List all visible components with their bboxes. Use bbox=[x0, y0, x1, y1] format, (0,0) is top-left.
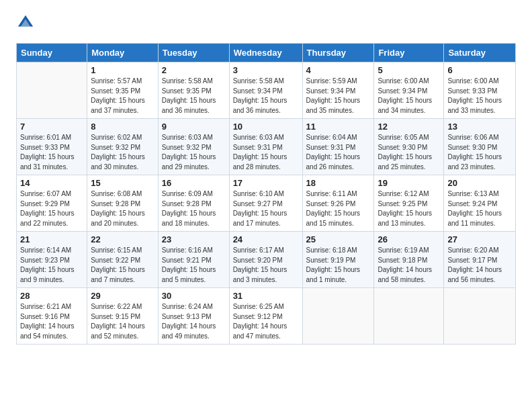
day-info: Sunrise: 6:03 AM Sunset: 9:31 PM Dayligh… bbox=[233, 133, 299, 172]
day-number: 3 bbox=[233, 65, 299, 75]
day-number: 22 bbox=[91, 234, 154, 244]
day-cell: 8Sunrise: 6:02 AM Sunset: 9:32 PM Daylig… bbox=[87, 119, 159, 175]
day-cell: 23Sunrise: 6:16 AM Sunset: 9:21 PM Dayli… bbox=[158, 232, 229, 288]
week-row-5: 28Sunrise: 6:21 AM Sunset: 9:16 PM Dayli… bbox=[17, 288, 516, 345]
day-number: 10 bbox=[233, 122, 299, 132]
header-day-monday: Monday bbox=[87, 44, 159, 62]
day-number: 18 bbox=[306, 178, 371, 188]
day-info: Sunrise: 6:15 AM Sunset: 9:22 PM Dayligh… bbox=[91, 246, 154, 285]
day-cell: 19Sunrise: 6:12 AM Sunset: 9:25 PM Dayli… bbox=[374, 175, 444, 232]
day-number: 24 bbox=[233, 234, 299, 244]
day-info: Sunrise: 6:09 AM Sunset: 9:28 PM Dayligh… bbox=[162, 189, 226, 228]
day-number: 29 bbox=[91, 291, 154, 301]
day-cell: 2Sunrise: 5:58 AM Sunset: 9:35 PM Daylig… bbox=[158, 62, 229, 119]
day-cell: 27Sunrise: 6:20 AM Sunset: 9:17 PM Dayli… bbox=[444, 232, 516, 288]
day-info: Sunrise: 6:22 AM Sunset: 9:15 PM Dayligh… bbox=[91, 302, 154, 341]
day-cell: 6Sunrise: 6:00 AM Sunset: 9:33 PM Daylig… bbox=[444, 62, 516, 119]
day-cell: 10Sunrise: 6:03 AM Sunset: 9:31 PM Dayli… bbox=[229, 119, 302, 175]
day-cell: 13Sunrise: 6:06 AM Sunset: 9:30 PM Dayli… bbox=[444, 119, 516, 175]
day-number: 27 bbox=[447, 234, 512, 244]
week-row-3: 14Sunrise: 6:07 AM Sunset: 9:29 PM Dayli… bbox=[17, 175, 516, 232]
day-number: 4 bbox=[306, 65, 371, 75]
day-cell: 20Sunrise: 6:13 AM Sunset: 9:24 PM Dayli… bbox=[444, 175, 516, 232]
day-number: 20 bbox=[447, 178, 512, 188]
day-info: Sunrise: 5:59 AM Sunset: 9:34 PM Dayligh… bbox=[306, 77, 371, 116]
day-cell: 4Sunrise: 5:59 AM Sunset: 9:34 PM Daylig… bbox=[302, 62, 374, 119]
day-info: Sunrise: 5:57 AM Sunset: 9:35 PM Dayligh… bbox=[91, 77, 154, 116]
day-cell: 28Sunrise: 6:21 AM Sunset: 9:16 PM Dayli… bbox=[17, 288, 87, 345]
day-number: 28 bbox=[20, 291, 83, 301]
day-cell bbox=[302, 288, 374, 345]
day-info: Sunrise: 6:19 AM Sunset: 9:18 PM Dayligh… bbox=[378, 246, 440, 285]
day-info: Sunrise: 6:10 AM Sunset: 9:27 PM Dayligh… bbox=[233, 189, 299, 228]
day-cell: 29Sunrise: 6:22 AM Sunset: 9:15 PM Dayli… bbox=[87, 288, 159, 345]
day-cell bbox=[374, 288, 444, 345]
day-cell: 1Sunrise: 5:57 AM Sunset: 9:35 PM Daylig… bbox=[87, 62, 159, 119]
day-info: Sunrise: 5:58 AM Sunset: 9:35 PM Dayligh… bbox=[162, 77, 226, 116]
day-number: 25 bbox=[306, 234, 371, 244]
day-info: Sunrise: 6:05 AM Sunset: 9:30 PM Dayligh… bbox=[378, 133, 440, 172]
day-cell: 25Sunrise: 6:18 AM Sunset: 9:19 PM Dayli… bbox=[302, 232, 374, 288]
calendar-table: SundayMondayTuesdayWednesdayThursdayFrid… bbox=[16, 43, 516, 345]
day-info: Sunrise: 6:11 AM Sunset: 9:26 PM Dayligh… bbox=[306, 189, 371, 228]
day-cell: 21Sunrise: 6:14 AM Sunset: 9:23 PM Dayli… bbox=[17, 232, 87, 288]
day-cell bbox=[444, 288, 516, 345]
day-info: Sunrise: 6:17 AM Sunset: 9:20 PM Dayligh… bbox=[233, 246, 299, 285]
day-number: 8 bbox=[91, 122, 154, 132]
day-info: Sunrise: 6:24 AM Sunset: 9:13 PM Dayligh… bbox=[162, 302, 226, 341]
calendar-body: 1Sunrise: 5:57 AM Sunset: 9:35 PM Daylig… bbox=[17, 62, 516, 345]
header-day-saturday: Saturday bbox=[444, 44, 516, 62]
day-number: 14 bbox=[20, 178, 83, 188]
day-cell: 24Sunrise: 6:17 AM Sunset: 9:20 PM Dayli… bbox=[229, 232, 302, 288]
day-info: Sunrise: 6:25 AM Sunset: 9:12 PM Dayligh… bbox=[233, 302, 299, 341]
day-info: Sunrise: 5:58 AM Sunset: 9:34 PM Dayligh… bbox=[233, 77, 299, 116]
day-info: Sunrise: 6:13 AM Sunset: 9:24 PM Dayligh… bbox=[447, 189, 512, 228]
day-number: 11 bbox=[306, 122, 371, 132]
day-info: Sunrise: 6:01 AM Sunset: 9:33 PM Dayligh… bbox=[20, 133, 83, 172]
day-number: 2 bbox=[162, 65, 226, 75]
day-number: 13 bbox=[447, 122, 512, 132]
day-info: Sunrise: 6:04 AM Sunset: 9:31 PM Dayligh… bbox=[306, 133, 371, 172]
day-number: 23 bbox=[162, 234, 226, 244]
day-cell: 3Sunrise: 5:58 AM Sunset: 9:34 PM Daylig… bbox=[229, 62, 302, 119]
day-cell: 14Sunrise: 6:07 AM Sunset: 9:29 PM Dayli… bbox=[17, 175, 87, 232]
day-number: 17 bbox=[233, 178, 299, 188]
day-cell: 17Sunrise: 6:10 AM Sunset: 9:27 PM Dayli… bbox=[229, 175, 302, 232]
day-info: Sunrise: 6:02 AM Sunset: 9:32 PM Dayligh… bbox=[91, 133, 154, 172]
day-cell: 9Sunrise: 6:03 AM Sunset: 9:32 PM Daylig… bbox=[158, 119, 229, 175]
day-number: 9 bbox=[162, 122, 226, 132]
day-cell: 31Sunrise: 6:25 AM Sunset: 9:12 PM Dayli… bbox=[229, 288, 302, 345]
day-info: Sunrise: 6:12 AM Sunset: 9:25 PM Dayligh… bbox=[378, 189, 440, 228]
day-number: 12 bbox=[378, 122, 440, 132]
day-info: Sunrise: 6:07 AM Sunset: 9:29 PM Dayligh… bbox=[20, 189, 83, 228]
day-number: 15 bbox=[91, 178, 154, 188]
week-row-2: 7Sunrise: 6:01 AM Sunset: 9:33 PM Daylig… bbox=[17, 119, 516, 175]
day-info: Sunrise: 6:06 AM Sunset: 9:30 PM Dayligh… bbox=[447, 133, 512, 172]
day-number: 16 bbox=[162, 178, 226, 188]
day-cell: 22Sunrise: 6:15 AM Sunset: 9:22 PM Dayli… bbox=[87, 232, 159, 288]
day-number: 7 bbox=[20, 122, 83, 132]
day-cell: 12Sunrise: 6:05 AM Sunset: 9:30 PM Dayli… bbox=[374, 119, 444, 175]
day-cell: 15Sunrise: 6:08 AM Sunset: 9:28 PM Dayli… bbox=[87, 175, 159, 232]
week-row-4: 21Sunrise: 6:14 AM Sunset: 9:23 PM Dayli… bbox=[17, 232, 516, 288]
day-number: 21 bbox=[20, 234, 83, 244]
day-info: Sunrise: 6:20 AM Sunset: 9:17 PM Dayligh… bbox=[447, 246, 512, 285]
day-number: 30 bbox=[162, 291, 226, 301]
header-day-sunday: Sunday bbox=[17, 44, 87, 62]
day-info: Sunrise: 6:21 AM Sunset: 9:16 PM Dayligh… bbox=[20, 302, 83, 341]
header-row: SundayMondayTuesdayWednesdayThursdayFrid… bbox=[17, 44, 516, 62]
day-info: Sunrise: 6:00 AM Sunset: 9:33 PM Dayligh… bbox=[447, 77, 512, 116]
day-info: Sunrise: 6:14 AM Sunset: 9:23 PM Dayligh… bbox=[20, 246, 83, 285]
day-info: Sunrise: 6:08 AM Sunset: 9:28 PM Dayligh… bbox=[91, 189, 154, 228]
day-cell bbox=[17, 62, 87, 119]
day-number: 1 bbox=[91, 65, 154, 75]
day-cell: 11Sunrise: 6:04 AM Sunset: 9:31 PM Dayli… bbox=[302, 119, 374, 175]
day-info: Sunrise: 6:03 AM Sunset: 9:32 PM Dayligh… bbox=[162, 133, 226, 172]
calendar-header: SundayMondayTuesdayWednesdayThursdayFrid… bbox=[17, 44, 516, 62]
header-day-wednesday: Wednesday bbox=[229, 44, 302, 62]
day-cell: 18Sunrise: 6:11 AM Sunset: 9:26 PM Dayli… bbox=[302, 175, 374, 232]
day-cell: 26Sunrise: 6:19 AM Sunset: 9:18 PM Dayli… bbox=[374, 232, 444, 288]
day-cell: 7Sunrise: 6:01 AM Sunset: 9:33 PM Daylig… bbox=[17, 119, 87, 175]
header bbox=[16, 13, 516, 32]
day-cell: 16Sunrise: 6:09 AM Sunset: 9:28 PM Dayli… bbox=[158, 175, 229, 232]
